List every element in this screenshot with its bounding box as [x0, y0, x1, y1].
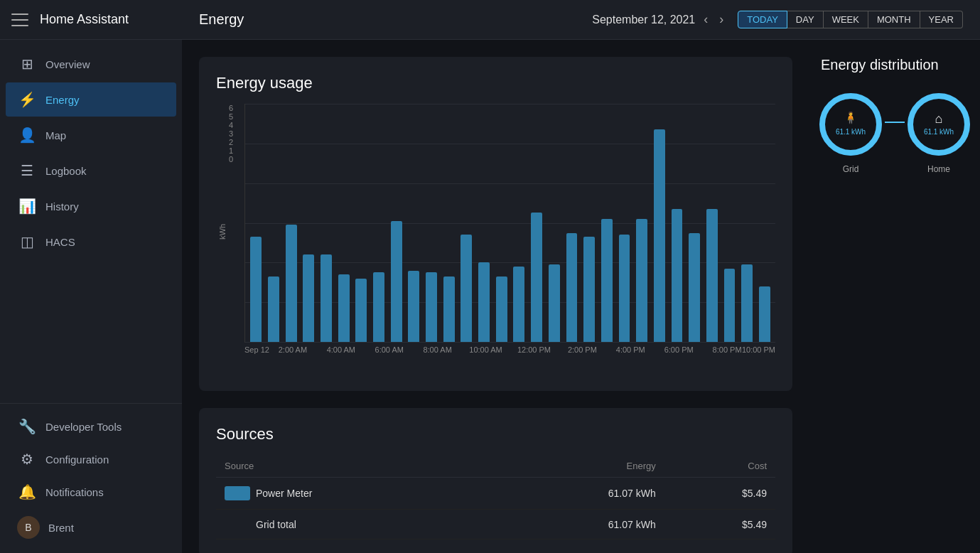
bar-group — [529, 104, 545, 342]
bar-group — [441, 104, 457, 342]
main-area: Energy September 12, 2021 ‹ › TODAYDAYWE… — [182, 0, 980, 553]
bar[interactable] — [672, 209, 683, 342]
bar-group — [493, 104, 510, 342]
home-circle: ⌂ 61.1 kWh Home — [905, 90, 973, 174]
bar-group — [564, 104, 580, 342]
col-energy: Energy — [493, 455, 664, 478]
x-axis-label: 6:00 PM — [664, 345, 694, 354]
bar-group — [424, 104, 440, 342]
sidebar-item-label: Overview — [45, 58, 90, 70]
hacs-icon: ◫ — [17, 233, 37, 250]
bar[interactable] — [391, 221, 402, 342]
user-name: Brent — [48, 522, 74, 534]
bar[interactable] — [706, 209, 718, 342]
col-source: Source — [216, 455, 493, 478]
next-date-button[interactable]: › — [716, 9, 726, 30]
bar[interactable] — [741, 264, 753, 342]
source-energy-cell: 61.07 kWh — [493, 510, 664, 539]
sidebar-item-map[interactable]: 👤 Map — [6, 118, 176, 152]
bar[interactable] — [355, 279, 367, 342]
sidebar-bottom-developer-tools[interactable]: 🔧Developer Tools — [6, 411, 176, 442]
bar[interactable] — [654, 129, 665, 342]
developer-tools-icon: 🔧 — [17, 418, 37, 435]
current-date: September 12, 2021 — [592, 14, 695, 26]
bars-wrapper — [245, 104, 775, 342]
x-axis-label: 12:00 PM — [517, 345, 551, 354]
y-axis-label: 1 — [216, 146, 237, 155]
bar[interactable] — [268, 276, 279, 342]
bar[interactable] — [689, 233, 700, 342]
sidebar-item-energy[interactable]: ⚡ Energy — [6, 82, 176, 117]
grid-value: 61.1 kWh — [836, 128, 866, 136]
x-axis-label: 6:00 AM — [375, 345, 404, 354]
bar[interactable] — [250, 237, 262, 342]
bar[interactable] — [443, 276, 455, 342]
distribution-title: Energy distribution — [821, 57, 969, 73]
sidebar-bottom-user[interactable]: BBrent — [6, 509, 176, 546]
home-circle-svg: ⌂ 61.1 kWh — [905, 90, 973, 159]
bar[interactable] — [373, 272, 384, 342]
sidebar-item-logbook[interactable]: ☰ Logbook — [6, 154, 176, 188]
sidebar-bottom-configuration[interactable]: ⚙Configuration — [6, 444, 176, 475]
sources-table: Source Energy Cost Power Meter61.07 kWh$… — [216, 455, 775, 539]
bar[interactable] — [531, 213, 542, 342]
bar[interactable] — [338, 274, 350, 342]
source-energy-cell: 61.07 kWh — [493, 478, 664, 510]
page-title: Energy — [199, 11, 592, 28]
user-avatar: B — [17, 516, 40, 539]
menu-icon[interactable] — [11, 14, 28, 26]
sidebar-item-hacs[interactable]: ◫ HACS — [6, 225, 176, 259]
period-day-button[interactable]: DAY — [787, 11, 824, 28]
bar-group — [686, 104, 703, 342]
bar[interactable] — [724, 269, 736, 342]
bar[interactable] — [759, 286, 770, 342]
sidebar-bottom: 🔧Developer Tools⚙Configuration🔔Notificat… — [0, 403, 182, 553]
bar[interactable] — [549, 264, 560, 342]
x-axis-label: 4:00 AM — [327, 345, 355, 354]
bar-group — [476, 104, 492, 342]
content-main: Energy usage kWh 0123456 — [182, 40, 809, 553]
period-year-button[interactable]: YEAR — [920, 11, 963, 28]
bar[interactable] — [426, 272, 437, 342]
sidebar-item-overview[interactable]: ⊞ Overview — [6, 47, 176, 81]
sidebar-bottom-notifications[interactable]: 🔔Notifications — [6, 476, 176, 508]
sidebar-nav: ⊞ Overview ⚡ Energy 👤 Map ☰ Logbook 📊 Hi… — [0, 40, 182, 403]
bar[interactable] — [303, 254, 314, 342]
prev-date-button[interactable]: ‹ — [701, 9, 711, 30]
home-label: Home — [927, 164, 950, 174]
bar-group — [581, 104, 598, 342]
x-axis-label: 8:00 PM — [713, 345, 742, 354]
grid-circle-svg: 🧍 61.1 kWh — [817, 90, 885, 159]
period-month-button[interactable]: MONTH — [868, 11, 920, 28]
bar[interactable] — [583, 237, 595, 342]
bar[interactable] — [408, 271, 419, 343]
bar[interactable] — [601, 219, 613, 342]
bar-group — [335, 104, 352, 342]
date-navigation: September 12, 2021 ‹ › — [592, 9, 726, 30]
y-axis-label: 3 — [216, 129, 237, 138]
period-buttons: TODAYDAYWEEKMONTHYEAR — [738, 11, 963, 28]
period-week-button[interactable]: WEEK — [824, 11, 868, 28]
bar-group — [739, 104, 755, 342]
bar-group — [669, 104, 685, 342]
bar[interactable] — [321, 254, 332, 342]
bar[interactable] — [619, 235, 630, 342]
bar[interactable] — [513, 267, 524, 342]
bar-group — [651, 104, 667, 342]
bar-group — [598, 104, 615, 342]
bar[interactable] — [496, 276, 507, 342]
bar[interactable] — [286, 225, 297, 342]
distribution-circles: 🧍 61.1 kWh Grid ⌂ 61.1 kWh — [821, 90, 969, 174]
sidebar-item-history[interactable]: 📊 History — [6, 189, 176, 223]
topbar: Energy September 12, 2021 ‹ › TODAYDAYWE… — [182, 0, 980, 40]
home-value: 61.1 kWh — [924, 128, 954, 136]
bar-group — [301, 104, 317, 342]
sources-title: Sources — [216, 425, 775, 444]
bar[interactable] — [566, 233, 578, 342]
period-today-button[interactable]: TODAY — [738, 11, 787, 28]
y-axis-label: 5 — [216, 112, 237, 121]
bar[interactable] — [461, 235, 472, 342]
sidebar-item-label: Energy — [45, 94, 80, 106]
bar[interactable] — [636, 219, 647, 342]
bar[interactable] — [478, 262, 490, 342]
